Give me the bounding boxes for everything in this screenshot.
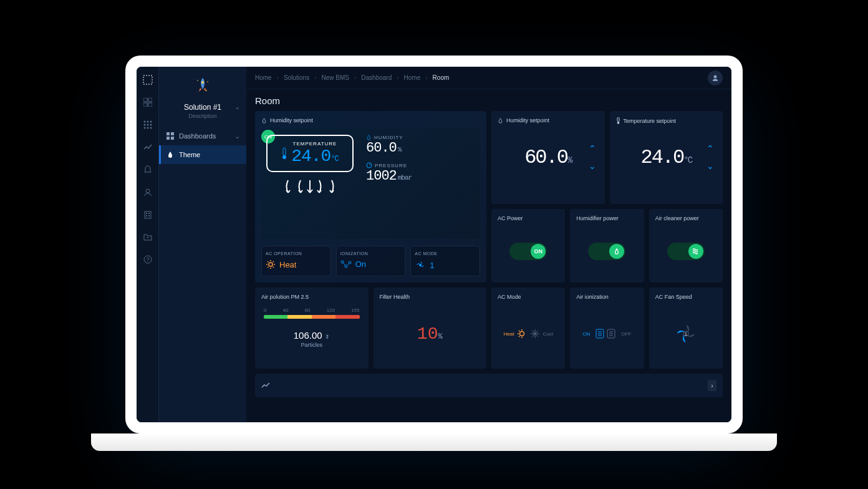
svg-point-9 <box>147 124 148 126</box>
user-avatar[interactable] <box>708 70 723 85</box>
svg-point-8 <box>143 124 145 126</box>
card-humidity-setpoint: Humidity setpoint 60.0% ⌃ ⌄ <box>491 111 605 204</box>
svg-rect-17 <box>148 213 150 214</box>
sidebar-item-label: Theme <box>179 151 200 158</box>
svg-point-54 <box>520 332 524 336</box>
water-drop-icon <box>614 248 620 254</box>
snowflake-icon <box>530 329 540 339</box>
svg-rect-52 <box>617 117 619 122</box>
svg-point-7 <box>150 121 152 123</box>
bottom-chart-bar: › <box>255 374 723 397</box>
increase-button[interactable]: ⌃ <box>589 143 596 153</box>
mini-ionization: IONIZATION On <box>336 246 406 276</box>
svg-rect-3 <box>143 103 147 107</box>
breadcrumb-item[interactable]: Solutions <box>284 74 309 81</box>
card-filter-health: Filter Health 10% <box>374 288 487 369</box>
thermometer-icon <box>281 147 287 160</box>
nav-chart-icon[interactable] <box>142 142 153 153</box>
svg-line-50 <box>347 263 349 265</box>
fan-icon <box>415 259 426 271</box>
ac-power-toggle[interactable]: ON <box>509 243 547 260</box>
svg-rect-29 <box>171 132 174 135</box>
svg-line-43 <box>273 267 274 268</box>
increase-button[interactable]: ⌃ <box>706 143 714 153</box>
pm-gradient-bar <box>264 315 360 319</box>
humidifier-power-toggle[interactable] <box>588 243 625 260</box>
solution-selector[interactable]: Solution #1 Description ⌄ <box>159 100 246 127</box>
svg-rect-2 <box>148 98 152 102</box>
breadcrumb-item[interactable]: Home <box>255 74 272 81</box>
fan-icon: 1 <box>673 321 698 346</box>
chart-line-icon <box>261 382 270 389</box>
nav-user-icon[interactable] <box>142 186 153 198</box>
logo-icon[interactable] <box>142 74 153 85</box>
svg-rect-18 <box>146 215 147 216</box>
chevron-right-icon[interactable]: › <box>708 380 716 391</box>
sun-icon <box>266 259 276 269</box>
breadcrumb-current: Room <box>433 74 450 81</box>
solution-desc: Description <box>164 113 241 119</box>
ionization-switch[interactable]: ON OFF <box>576 305 637 362</box>
breadcrumb-item[interactable]: Dashboard <box>361 74 392 81</box>
svg-point-53 <box>617 122 619 124</box>
svg-text:?: ? <box>146 256 149 263</box>
solution-name: Solution #1 <box>164 103 241 112</box>
nav-bell-icon[interactable] <box>142 164 153 175</box>
ac-mode-switch[interactable]: Heat Cold <box>498 305 559 362</box>
svg-text:1: 1 <box>685 332 687 336</box>
nav-folder-icon[interactable] <box>142 231 153 243</box>
decrease-button[interactable]: ⌄ <box>706 161 714 171</box>
svg-rect-19 <box>148 215 150 216</box>
nav-help-icon[interactable]: ? <box>142 254 153 265</box>
svg-point-25 <box>197 80 198 81</box>
nav-grid-icon[interactable] <box>142 119 153 130</box>
water-drop-icon <box>166 151 174 158</box>
sun-icon <box>516 328 528 339</box>
water-drop-icon <box>498 118 503 123</box>
svg-point-26 <box>207 81 208 82</box>
card-ac-power: AC Power ON <box>491 209 565 283</box>
water-drop-icon <box>261 118 267 123</box>
page-title: Room <box>246 89 731 111</box>
svg-line-42 <box>268 261 269 263</box>
svg-point-34 <box>282 155 286 159</box>
svg-line-49 <box>343 263 345 265</box>
svg-point-11 <box>143 127 145 129</box>
svg-point-6 <box>147 121 148 123</box>
svg-rect-0 <box>143 75 152 84</box>
breadcrumb-item[interactable]: Home <box>404 74 421 81</box>
dashboard-grid: Humidity setpoint ON TEMPERATURE 24.0°C <box>246 111 731 406</box>
breadcrumb-item[interactable]: New BMS <box>322 74 349 81</box>
svg-point-13 <box>150 127 152 129</box>
air-flow-icon <box>266 177 354 199</box>
svg-rect-30 <box>166 137 170 140</box>
svg-point-47 <box>345 265 347 268</box>
svg-rect-4 <box>148 103 152 107</box>
water-drop-icon <box>366 135 372 140</box>
chevron-down-icon: ⌄ <box>234 132 240 140</box>
svg-point-5 <box>143 121 145 123</box>
thermometer-icon <box>616 117 620 124</box>
svg-rect-28 <box>166 132 170 135</box>
card-ac-fan-speed: AC Fan Speed 1 <box>649 288 723 369</box>
svg-point-12 <box>147 127 148 129</box>
sidebar-item-dashboards[interactable]: Dashboards ⌄ <box>159 127 246 145</box>
svg-line-58 <box>519 331 520 332</box>
chevron-down-icon: ⌄ <box>234 103 240 111</box>
svg-line-59 <box>519 336 520 337</box>
sidebar-item-theme[interactable]: Theme <box>159 145 246 164</box>
nav-building-icon[interactable] <box>142 209 153 220</box>
nav-squares-icon[interactable] <box>142 97 153 108</box>
sidebar: Solution #1 Description ⌄ Dashboards ⌄ T… <box>159 67 246 422</box>
decrease-button[interactable]: ⌄ <box>589 161 596 171</box>
topbar: Home› Solutions› New BMS› Dashboard› Hom… <box>246 67 731 89</box>
waves-icon <box>692 248 700 254</box>
fan-speed-control[interactable]: 1 <box>655 305 716 362</box>
card-air-cleaner-power: Air cleaner power <box>649 209 723 283</box>
air-cleaner-power-toggle[interactable] <box>667 243 705 260</box>
svg-point-10 <box>150 124 152 126</box>
svg-point-51 <box>419 264 422 266</box>
ac-unit: TEMPERATURE 24.0°C <box>266 135 354 172</box>
global-iconbar: ? <box>137 67 159 422</box>
svg-point-24 <box>201 81 204 84</box>
